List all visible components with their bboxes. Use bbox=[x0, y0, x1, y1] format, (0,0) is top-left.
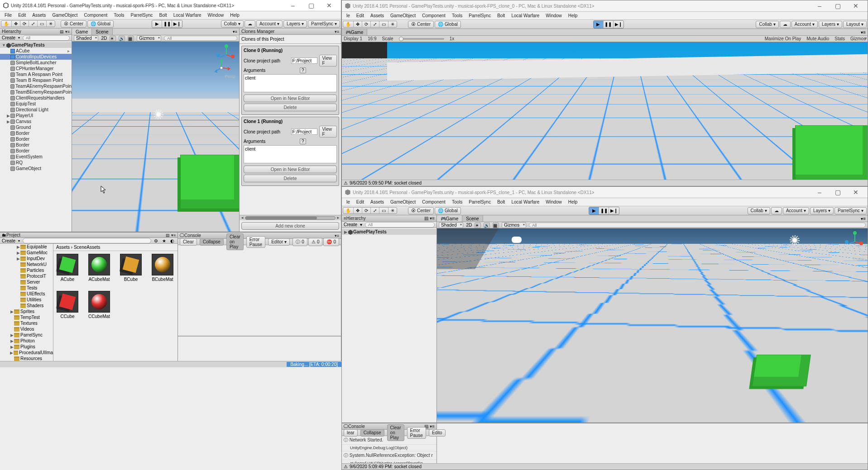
scale-tool-icon[interactable]: ⤢ bbox=[29, 21, 38, 27]
cloud-icon[interactable]: ☁ bbox=[245, 20, 255, 28]
hierarchy-item[interactable]: ACube▸ bbox=[0, 48, 72, 54]
transform-tool-icon[interactable]: ✳ bbox=[47, 21, 55, 27]
menu-local warfare[interactable]: Local Warfare bbox=[508, 199, 542, 205]
clone-path-input[interactable] bbox=[291, 57, 317, 64]
folder-item[interactable]: ▶Sprites bbox=[0, 309, 53, 314]
menu-assets[interactable]: Assets bbox=[368, 199, 387, 205]
d-toggle[interactable]: 2D bbox=[101, 36, 107, 41]
asset-item[interactable]: BCube bbox=[120, 254, 142, 282]
folder-item[interactable]: ▶GameMoc bbox=[0, 250, 53, 256]
folder-item[interactable]: Utilities bbox=[0, 297, 53, 303]
clone1-layers[interactable]: Layers ▾ bbox=[810, 207, 834, 214]
play-controls[interactable]: ▶ ❚❚ ▶❙ bbox=[152, 20, 182, 28]
clone0-mute[interactable]: Mute Audio bbox=[806, 36, 829, 41]
scene-viewport[interactable]: Persp bbox=[72, 42, 239, 232]
clone1-cloud-icon[interactable]: ☁ bbox=[771, 207, 782, 214]
asset-item[interactable]: ACube bbox=[56, 254, 79, 282]
hierarchy-item[interactable]: ClientRequestsHandlers bbox=[0, 95, 72, 101]
clone1-light-toggle[interactable]: ☀ bbox=[475, 223, 481, 228]
folder-item[interactable]: ▶Plugins bbox=[0, 344, 53, 350]
cloud-gizmo-icon[interactable] bbox=[512, 237, 522, 243]
menu-window[interactable]: Window bbox=[543, 13, 565, 19]
breadcrumb[interactable]: Assets › SceneAssets bbox=[53, 244, 177, 251]
star-icon[interactable]: ★ bbox=[162, 238, 168, 243]
clone0-layers[interactable]: Layers ▾ bbox=[819, 21, 842, 28]
clone1-handle[interactable]: 🌐 Global bbox=[435, 207, 461, 214]
menu-help[interactable]: Help bbox=[566, 199, 580, 205]
asset-item[interactable]: CCube bbox=[56, 291, 79, 319]
clone0-gizmos[interactable]: Gizmos bbox=[850, 36, 866, 41]
menu-parrelsync[interactable]: ParrelSync bbox=[128, 12, 156, 18]
help-icon[interactable]: ? bbox=[300, 67, 306, 73]
clone1-2d[interactable]: 2D bbox=[466, 223, 472, 228]
clone0-game-tab[interactable]: 🎮 Game bbox=[342, 29, 367, 35]
collab-dropdown[interactable]: Collab ▾ bbox=[221, 20, 244, 28]
close-button[interactable]: ✕ bbox=[320, 2, 338, 9]
clones-scrollbar[interactable]: ◄► bbox=[240, 215, 341, 220]
project-create[interactable]: Create bbox=[2, 238, 15, 243]
help-icon[interactable]: ? bbox=[300, 138, 306, 144]
play-button[interactable]: ▶ bbox=[152, 20, 162, 28]
console-message[interactable]: at Dazad.LW.CPHunter.AccessPlayerDa bbox=[342, 460, 436, 463]
clone1-min[interactable]: – bbox=[810, 189, 829, 196]
pause-button[interactable]: ❚❚ bbox=[162, 20, 172, 28]
hierarchy-tree[interactable]: ▼ GamePlayTests ACube▸ControlInputDevice… bbox=[0, 41, 72, 232]
account-dropdown[interactable]: Account ▾ bbox=[256, 20, 283, 28]
menu-le[interactable]: le bbox=[344, 13, 353, 19]
clone0-aspect[interactable]: 16:9 bbox=[368, 36, 376, 41]
menu-component[interactable]: Component bbox=[82, 12, 110, 18]
transform-tools[interactable]: ✋ ✥ ⟳ ⤢ ▭ ✳ bbox=[1, 20, 55, 27]
hierarchy-item[interactable]: TeamAEnemyRespawnPoin bbox=[0, 83, 72, 89]
error-count[interactable]: ⛔ 0 bbox=[323, 238, 339, 246]
clone0-play[interactable]: ▶❚❚▶❙ bbox=[593, 20, 624, 28]
asset-item[interactable]: ACubeMat bbox=[88, 254, 110, 282]
folder-item[interactable]: Textures bbox=[0, 320, 53, 326]
game-tab[interactable]: Game bbox=[72, 28, 92, 35]
hierarchy-item[interactable]: Team A Respawn Point bbox=[0, 71, 72, 77]
open-editor-button[interactable]: Open in New Editor bbox=[244, 95, 337, 102]
menu-parrelsync[interactable]: ParrelSync bbox=[466, 13, 494, 19]
clone1-collab[interactable]: Collab ▾ bbox=[748, 207, 770, 214]
folder-item[interactable]: UIEffects bbox=[0, 291, 53, 297]
clone1-scene-search[interactable] bbox=[529, 223, 866, 228]
menu-tools[interactable]: Tools bbox=[449, 13, 465, 19]
menu-edit[interactable]: Edit bbox=[354, 13, 367, 19]
folder-item[interactable]: Videos bbox=[0, 326, 53, 332]
clone1-scene-root[interactable]: ▶GamePlayTests bbox=[342, 229, 436, 235]
clone-path-input[interactable] bbox=[291, 128, 317, 135]
clone0-game-view[interactable] bbox=[342, 42, 868, 180]
clone0-transform-tools[interactable]: ✋✥⟳⤢▭✳ bbox=[343, 21, 397, 28]
layers-dropdown[interactable]: Layers ▾ bbox=[283, 20, 307, 28]
menu-tools[interactable]: Tools bbox=[449, 199, 465, 205]
menu-help[interactable]: Help bbox=[227, 12, 242, 18]
add-clone-button[interactable]: Add new clone bbox=[241, 222, 339, 230]
clone0-display[interactable]: Display 1 bbox=[344, 36, 362, 41]
clone1-game-tab[interactable]: 🎮 Game bbox=[437, 215, 462, 222]
clone1-close[interactable]: ✕ bbox=[847, 189, 865, 196]
clone1-scene-tab[interactable]: Scene bbox=[462, 215, 483, 222]
clone0-account[interactable]: Account ▾ bbox=[791, 21, 818, 28]
hierarchy-item[interactable]: CPHunterManager bbox=[0, 66, 72, 71]
pivot-toggle[interactable]: ⦿ Center bbox=[61, 20, 86, 28]
audio-toggle-icon[interactable]: 🔊 bbox=[119, 36, 125, 41]
clone1-parrelsync[interactable]: ParrelSync ▾ bbox=[834, 207, 867, 214]
menu-gameobject[interactable]: GameObject bbox=[388, 199, 418, 205]
hierarchy-item[interactable]: Border bbox=[0, 148, 72, 154]
clone1-hier-search[interactable] bbox=[365, 222, 435, 228]
delete-clone-button[interactable]: Delete bbox=[244, 104, 337, 111]
hierarchy-item[interactable]: Team B Respawn Point bbox=[0, 77, 72, 83]
folder-item[interactable]: NetworkU bbox=[0, 261, 53, 267]
clone1-audio-toggle[interactable]: 🔊 bbox=[484, 223, 490, 228]
clone1-play[interactable]: ▶❚❚▶❙ bbox=[589, 207, 619, 215]
clone0-layout[interactable]: Layout ▾ bbox=[843, 21, 867, 28]
hierarchy-item[interactable]: RQ bbox=[0, 160, 72, 166]
clone-view-button[interactable]: View F bbox=[319, 126, 337, 138]
menu-file[interactable]: File bbox=[2, 12, 14, 18]
hierarchy-item[interactable]: Border bbox=[0, 136, 72, 142]
clone1-console-detail[interactable] bbox=[437, 423, 868, 463]
clone1-pivot[interactable]: ⦿ Center bbox=[408, 207, 434, 214]
parrelsync-dropdown[interactable]: ParrelSync ▾ bbox=[308, 20, 340, 28]
clone1-console-msgs[interactable]: ⓘ Network Started.UnityEngine.Debug:Log(… bbox=[342, 436, 436, 463]
hierarchy-item[interactable]: ControlInputDevices bbox=[0, 54, 72, 60]
menu-tools[interactable]: Tools bbox=[111, 12, 127, 18]
